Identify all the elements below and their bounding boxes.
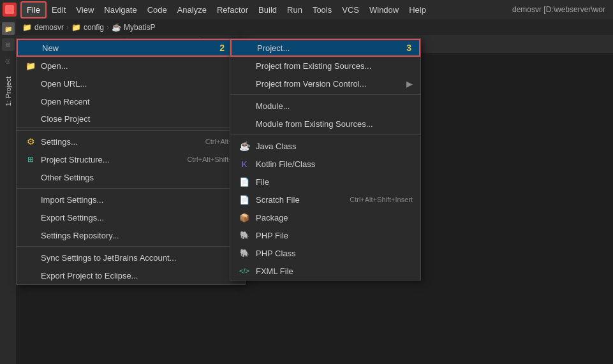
menu-analyze[interactable]: Analyze	[172, 3, 212, 17]
file-menu-settings[interactable]: ⚙ Settings... Ctrl+Alt+S	[17, 133, 245, 150]
file-menu-settings-repo[interactable]: Settings Repository...	[17, 226, 245, 244]
php-file-label: PHP File	[256, 231, 413, 240]
new-submenu: Project... 3 Project from Existing Sourc…	[230, 38, 421, 280]
breadcrumb-file-icon: ☕	[112, 23, 121, 32]
php-class-icon: 🐘	[238, 247, 251, 259]
app-logo	[3, 3, 17, 17]
open-url-icon	[24, 77, 37, 90]
scratch-shortcut: Ctrl+Alt+Shift+Insert	[350, 196, 413, 203]
file-icon: 📄	[238, 175, 251, 188]
menu-edit[interactable]: Edit	[47, 3, 71, 17]
fxml-icon: </>	[238, 265, 251, 277]
new-submenu-vcs[interactable]: Project from Version Control... ▶	[230, 75, 420, 92]
menu-window[interactable]: Window	[364, 3, 404, 17]
menu-file[interactable]: File	[20, 1, 47, 18]
sidebar: 📁 ⊞ ◎ 1: Project	[0, 19, 16, 364]
breadcrumb: 📁 demosvr › 📁 config › ☕ MybatisP	[16, 19, 613, 35]
new-submenu-existing[interactable]: Project from Existing Sources...	[230, 57, 420, 75]
file-menu-open-url[interactable]: Open URL...	[17, 75, 245, 92]
settings-label: Settings...	[41, 137, 205, 147]
menu-help[interactable]: Help	[404, 3, 431, 17]
new-submenu-module-existing[interactable]: Module from Existing Sources...	[230, 115, 420, 133]
file-menu-project-structure[interactable]: ⊞ Project Structure... Ctrl+Alt+Shift+S	[17, 150, 245, 168]
module-existing-label: Module from Existing Sources...	[256, 119, 413, 129]
sidebar-project-label: 1: Project	[4, 76, 12, 106]
close-project-icon	[24, 113, 37, 126]
php-file-icon: 🐘	[238, 229, 251, 242]
breadcrumb-config: config	[84, 23, 104, 32]
scratch-icon: 📄	[238, 193, 251, 206]
new-icon	[26, 41, 38, 54]
menu-bar: File Edit View Navigate Code Analyze Ref…	[0, 0, 613, 19]
kotlin-label: Kotlin File/Class	[256, 159, 413, 169]
other-settings-icon	[24, 171, 37, 184]
menu-build[interactable]: Build	[253, 3, 282, 17]
new-submenu-fxml[interactable]: </> FXML File	[230, 262, 420, 280]
file-label: File	[256, 177, 413, 187]
submenu-divider-2	[230, 135, 420, 135]
file-menu-import-settings[interactable]: Import Settings...	[17, 191, 245, 208]
import-settings-label: Import Settings...	[41, 195, 237, 205]
new-submenu-kotlin[interactable]: K Kotlin File/Class	[230, 155, 420, 173]
vcs-label: Project from Version Control...	[256, 79, 406, 89]
new-submenu-php-class[interactable]: 🐘 PHP Class	[230, 244, 420, 262]
new-submenu-package[interactable]: 📦 Package	[230, 208, 420, 226]
sync-icon	[24, 251, 37, 264]
file-menu-dropdown: New 2 ▶ 📁 Open... Open URL... Open Recen…	[16, 38, 246, 285]
menu-run[interactable]: Run	[282, 3, 307, 17]
file-menu-other-settings[interactable]: Other Settings ▶	[17, 168, 245, 186]
new-label: New	[42, 43, 216, 53]
menu-navigate[interactable]: Navigate	[99, 3, 142, 17]
breadcrumb-folder-icon: 📁	[22, 23, 32, 32]
open-recent-label: Open Recent	[41, 97, 226, 106]
open-label: Open...	[41, 61, 237, 71]
open-folder-icon: 📁	[24, 59, 37, 72]
file-menu-new[interactable]: New 2 ▶	[17, 39, 245, 57]
new-submenu-project[interactable]: Project... 3	[230, 39, 420, 57]
menu-vcs[interactable]: VCS	[337, 3, 364, 17]
new-submenu-php-file[interactable]: 🐘 PHP File	[230, 226, 420, 244]
package-label: Package	[256, 213, 413, 222]
fxml-label: FXML File	[256, 266, 413, 276]
breadcrumb-demosvr: demosvr	[34, 23, 64, 32]
file-menu-export-settings[interactable]: Export Settings...	[17, 208, 245, 226]
settings-repo-icon	[24, 229, 37, 242]
open-recent-icon	[24, 95, 37, 108]
project-path: demosvr [D:\webserver\wor	[512, 5, 610, 14]
new-submenu-module[interactable]: Module...	[230, 97, 420, 115]
other-settings-label: Other Settings	[41, 173, 226, 182]
menu-code[interactable]: Code	[142, 3, 172, 17]
sidebar-bookmark-icon: ⊞	[2, 38, 15, 51]
project-badge: 3	[406, 43, 411, 53]
new-badge: 2	[219, 43, 225, 53]
menu-refactor[interactable]: Refactor	[212, 3, 253, 17]
scratch-label: Scratch File	[256, 195, 350, 205]
breadcrumb-file: MybatisP	[124, 23, 155, 32]
sidebar-folder-icon: 📁	[2, 22, 15, 35]
breadcrumb-config-icon: 📁	[71, 23, 81, 32]
java-class-label: Java Class	[256, 142, 413, 151]
export-eclipse-label: Export Project to Eclipse...	[41, 271, 237, 280]
project-label: Project...	[257, 43, 403, 53]
java-class-icon: ☕	[238, 140, 251, 152]
new-submenu-scratch[interactable]: 📄 Scratch File Ctrl+Alt+Shift+Insert	[230, 191, 420, 208]
new-submenu-file[interactable]: 📄 File	[230, 173, 420, 191]
export-icon	[24, 211, 37, 224]
file-menu-open[interactable]: 📁 Open...	[17, 57, 245, 75]
package-icon: 📦	[238, 211, 251, 224]
eclipse-icon	[24, 269, 37, 282]
menu-tools[interactable]: Tools	[307, 3, 337, 17]
file-menu-open-recent[interactable]: Open Recent ▶	[17, 92, 245, 110]
vcs-icon	[238, 77, 251, 90]
menu-view[interactable]: View	[71, 3, 99, 17]
file-menu-export-eclipse[interactable]: Export Project to Eclipse...	[17, 266, 245, 284]
settings-gear-icon: ⚙	[24, 135, 37, 148]
main-area: 📁 ⊞ ◎ 1: Project 📁 demosvr › 📁 config › …	[0, 19, 613, 364]
new-submenu-java-class[interactable]: ☕ Java Class	[230, 137, 420, 155]
file-menu-sync-settings[interactable]: Sync Settings to JetBrains Account...	[17, 249, 245, 266]
divider-1	[17, 130, 245, 131]
file-menu-close-project[interactable]: Close Project	[17, 110, 245, 128]
project-structure-icon: ⊞	[24, 153, 37, 166]
module-existing-icon	[238, 117, 251, 130]
php-class-label: PHP Class	[256, 249, 413, 258]
